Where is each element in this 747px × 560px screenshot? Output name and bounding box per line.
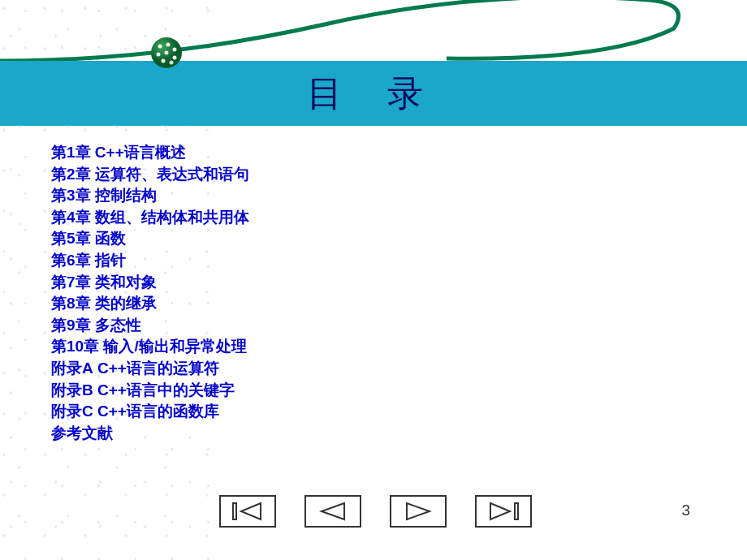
navigation-buttons [219,495,532,528]
toc-chapter-name: C++语言的函数库 [97,403,219,420]
page-number: 3 [681,502,690,519]
svg-point-6 [173,56,177,60]
toc-chapter-label: 第6章 [51,252,91,269]
toc-chapter-name: C++语言概述 [95,144,186,161]
toc-item[interactable]: 第9章 多态性 [51,315,457,337]
toc-chapter-name: 输入/输出和异常处理 [103,338,246,355]
svg-point-3 [173,48,177,52]
toc-chapter-name: 运算符、表达式和语句 [95,166,249,183]
decorative-ball-icon [150,37,183,69]
toc-item[interactable]: 第5章 函数 [51,228,457,250]
svg-point-4 [157,53,161,57]
toc-chapter-label: 参考文献 [51,424,113,442]
svg-point-1 [158,45,162,49]
toc-chapter-name: C++语言中的关键字 [97,381,235,398]
toc-chapter-name: 类的继承 [95,295,157,312]
toc-chapter-name: 控制结构 [95,187,157,204]
toc-item[interactable]: 第4章 数组、结构体和共用体 [51,207,457,229]
toc-chapter-label: 附录B [51,381,93,398]
toc-chapter-name: 函数 [95,230,126,247]
toc-chapter-label: 第10章 [51,338,99,355]
toc-chapter-label: 第2章 [51,166,91,183]
svg-point-7 [162,59,166,63]
toc-item[interactable]: 附录B C++语言中的关键字 [51,380,457,402]
previous-page-icon [317,502,349,521]
next-page-icon [402,502,434,521]
toc-chapter-label: 第4章 [51,209,91,226]
toc-item[interactable]: 参考文献 [51,423,457,445]
toc-chapter-name: 多态性 [95,317,141,334]
page-title: 目 录 [307,70,441,118]
toc-item[interactable]: 附录A C++语言的运算符 [51,358,457,380]
toc-chapter-name: 数组、结构体和共用体 [95,209,249,226]
svg-rect-10 [515,503,518,519]
toc-chapter-label: 附录A [51,360,93,377]
first-page-button[interactable] [219,495,276,528]
toc-chapter-label: 第7章 [51,274,91,291]
toc-item[interactable]: 附录C C++语言的函数库 [51,401,457,423]
toc-item[interactable]: 第6章 指针 [51,250,457,272]
toc-chapter-name: C++语言的运算符 [97,360,219,377]
title-bar: 目 录 [0,61,747,126]
toc-chapter-label: 第5章 [51,230,91,247]
toc-item[interactable]: 第7章 类和对象 [51,272,457,294]
previous-page-button[interactable] [304,495,361,528]
toc-chapter-name: 指针 [95,252,126,269]
toc-item[interactable]: 第2章 运算符、表达式和语句 [51,164,457,186]
last-page-icon [487,502,520,521]
last-page-button[interactable] [475,495,532,528]
toc-chapter-label: 附录C [51,403,93,420]
toc-chapter-label: 第3章 [51,187,91,204]
svg-rect-9 [233,503,236,519]
toc-chapter-name: 类和对象 [95,274,157,291]
toc-item[interactable]: 第3章 控制结构 [51,185,457,207]
first-page-icon [231,502,264,521]
toc-chapter-label: 第9章 [51,317,91,334]
toc-item[interactable]: 第10章 输入/输出和异常处理 [51,336,457,358]
toc-item[interactable]: 第8章 类的继承 [51,293,457,315]
toc-chapter-label: 第1章 [51,144,91,161]
toc-chapter-label: 第8章 [51,295,91,312]
next-page-button[interactable] [390,495,447,528]
table-of-contents: 第1章 C++语言概述第2章 运算符、表达式和语句第3章 控制结构第4章 数组、… [51,142,457,444]
toc-item[interactable]: 第1章 C++语言概述 [51,142,457,164]
svg-point-5 [165,51,169,55]
svg-point-8 [170,61,174,65]
svg-point-2 [166,43,171,47]
